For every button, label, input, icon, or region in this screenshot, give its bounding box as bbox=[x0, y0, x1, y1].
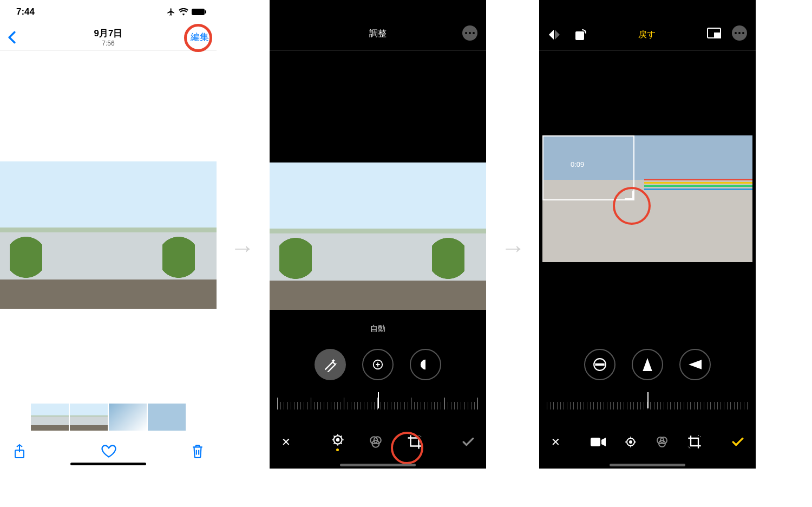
photo-canvas[interactable] bbox=[270, 162, 486, 310]
exposure-button[interactable] bbox=[362, 349, 394, 380]
svg-rect-0 bbox=[192, 9, 205, 15]
adjustment-name-label: 自動 bbox=[270, 324, 486, 334]
brilliance-button[interactable] bbox=[410, 349, 441, 380]
status-time: 7:44 bbox=[16, 6, 35, 17]
screen-photos-viewer: 7:44 9月7日 7:56 編集 bbox=[0, 0, 217, 469]
favorite-button[interactable] bbox=[101, 444, 116, 458]
horizontal-perspective-button[interactable] bbox=[679, 349, 711, 380]
thumbnail[interactable] bbox=[148, 404, 186, 431]
aspect-ratio-button[interactable] bbox=[707, 28, 721, 38]
thumbnail-strip[interactable] bbox=[0, 404, 217, 434]
adjust-tab[interactable] bbox=[331, 433, 345, 451]
edit-bottom-bar: ✕ bbox=[539, 425, 756, 459]
home-indicator[interactable] bbox=[610, 464, 685, 466]
adjust-tab[interactable] bbox=[624, 435, 637, 448]
done-button[interactable] bbox=[732, 437, 744, 447]
crop-frame[interactable] bbox=[542, 135, 634, 200]
rotation-controls bbox=[539, 349, 756, 380]
delete-button[interactable] bbox=[192, 444, 204, 458]
cancel-button[interactable]: ✕ bbox=[551, 435, 560, 448]
crop-top-bar: 戻す bbox=[539, 0, 756, 51]
photo-preview[interactable] bbox=[0, 161, 217, 309]
svg-point-5 bbox=[336, 439, 338, 441]
battery-icon bbox=[192, 8, 207, 16]
rotate-button[interactable] bbox=[574, 29, 587, 41]
home-indicator[interactable] bbox=[340, 464, 416, 466]
status-bar: 7:44 bbox=[0, 0, 217, 24]
edit-bottom-bar: ✕ bbox=[270, 425, 486, 459]
flow-arrow-1: → bbox=[230, 233, 255, 262]
back-button[interactable] bbox=[8, 31, 16, 44]
crop-tab[interactable] bbox=[407, 434, 423, 450]
filters-tab[interactable] bbox=[656, 435, 669, 448]
airplane-mode-icon bbox=[167, 8, 175, 16]
auto-enhance-button[interactable] bbox=[315, 349, 346, 380]
flow-arrow-2: → bbox=[501, 233, 526, 262]
straighten-button[interactable] bbox=[584, 349, 615, 380]
edit-mode-title: 調整 bbox=[369, 28, 387, 40]
slider-needle[interactable] bbox=[647, 392, 649, 408]
svg-rect-14 bbox=[591, 438, 600, 446]
adjustment-slider[interactable] bbox=[277, 394, 479, 410]
slider-needle[interactable] bbox=[378, 392, 379, 408]
svg-rect-13 bbox=[595, 363, 604, 366]
revert-button[interactable]: 戻す bbox=[638, 29, 656, 41]
filters-tab[interactable] bbox=[369, 435, 383, 449]
thumbnail[interactable] bbox=[109, 404, 147, 431]
crop-tab-active[interactable] bbox=[687, 434, 702, 450]
wifi-icon bbox=[179, 8, 188, 16]
crop-timecode: 0:09 bbox=[571, 160, 584, 168]
adjustment-dials bbox=[270, 349, 486, 380]
done-button[interactable] bbox=[462, 437, 474, 447]
svg-rect-11 bbox=[715, 33, 721, 38]
thumbnail[interactable] bbox=[70, 404, 108, 431]
thumbnail[interactable] bbox=[31, 404, 69, 431]
flip-button[interactable] bbox=[548, 29, 561, 41]
rotation-slider[interactable] bbox=[547, 394, 748, 410]
cancel-button[interactable]: ✕ bbox=[281, 435, 291, 448]
svg-point-16 bbox=[630, 441, 632, 443]
screen-edit-crop: 戻す 0:09 bbox=[539, 0, 756, 469]
video-tab[interactable] bbox=[591, 437, 606, 447]
photo-time: 7:56 bbox=[0, 40, 217, 47]
edit-button[interactable]: 編集 bbox=[191, 31, 209, 43]
share-button[interactable] bbox=[13, 444, 26, 459]
active-tab-indicator bbox=[336, 448, 339, 451]
home-indicator[interactable] bbox=[70, 463, 146, 465]
more-options-button[interactable] bbox=[462, 25, 477, 41]
photo-date: 9月7日 bbox=[0, 27, 217, 40]
svg-rect-9 bbox=[576, 32, 584, 40]
crop-canvas[interactable]: 0:09 bbox=[542, 135, 752, 262]
nav-bar: 9月7日 7:56 編集 bbox=[0, 24, 217, 51]
edit-top-bar: 調整 bbox=[270, 0, 486, 51]
more-options-button[interactable] bbox=[732, 25, 747, 41]
screen-edit-adjust: 調整 自動 ✕ bbox=[270, 0, 486, 469]
vertical-perspective-button[interactable] bbox=[632, 349, 663, 380]
svg-rect-1 bbox=[205, 10, 206, 14]
